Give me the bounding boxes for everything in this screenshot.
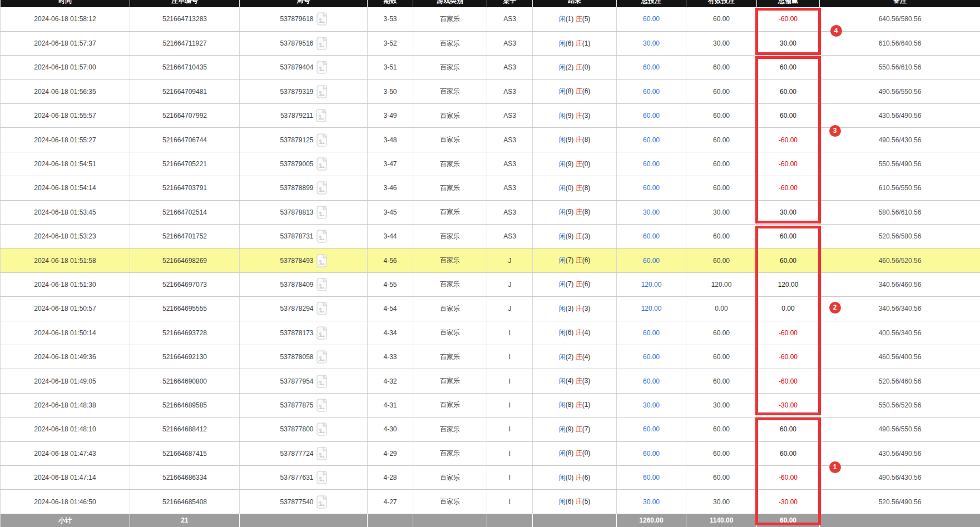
col-header-table: 桌子 — [487, 0, 533, 7]
table-row: 2024-06-18 01:57:37 521664711927 5378795… — [1, 31, 980, 55]
cell-bet-number: 521664685408 — [130, 490, 240, 514]
game-record-icon[interactable] — [316, 399, 327, 412]
cell-table: AS3 — [487, 31, 533, 55]
cell-result: 闲(4) 庄(3) — [533, 369, 617, 393]
cell-balance: 520.56/490.56 — [820, 490, 980, 514]
cell-time: 2024-06-18 01:54:51 — [1, 152, 130, 176]
cell-table: AS3 — [487, 200, 533, 224]
cell-game-type: 百家乐 — [413, 200, 487, 224]
cell-shoe: 3-50 — [368, 79, 413, 103]
cell-balance: 550.56/490.56 — [820, 152, 980, 176]
cell-table: J — [487, 272, 533, 296]
cell-round-number: 537879618 — [240, 7, 368, 31]
table-row: 2024-06-18 01:51:58 521664698269 5378784… — [1, 248, 980, 272]
cell-result: 闲(6) 庄(1) — [533, 31, 617, 55]
game-record-icon[interactable] — [316, 37, 327, 50]
cell-win-loss: -30.00 — [757, 393, 820, 417]
cell-time: 2024-06-18 01:53:45 — [1, 200, 130, 224]
cell-total-bet: 30.00 — [617, 200, 686, 224]
cell-valid-bet: 60.00 — [686, 417, 757, 441]
cell-shoe: 4-54 — [368, 297, 413, 321]
game-record-icon[interactable] — [316, 157, 327, 171]
col-header-game-type: 游戏类别 — [413, 0, 487, 7]
cell-balance: 520.56/460.56 — [820, 369, 980, 393]
game-record-icon[interactable] — [316, 230, 327, 243]
cell-balance: 460.56/520.56 — [820, 248, 980, 272]
cell-game-type: 百家乐 — [413, 490, 487, 514]
banker-label: 庄 — [576, 184, 582, 192]
game-record-icon[interactable] — [316, 85, 327, 98]
cell-bet-number: 521664702514 — [130, 200, 240, 224]
cell-win-loss: -60.00 — [757, 321, 820, 345]
cell-table: I — [487, 345, 533, 369]
cell-time: 2024-06-18 01:58:12 — [1, 7, 130, 31]
cell-total-bet: 60.00 — [617, 79, 686, 103]
cell-win-loss: 60.00 — [757, 56, 820, 79]
cell-valid-bet: 60.00 — [686, 152, 757, 176]
cell-win-loss: -60.00 — [757, 128, 820, 152]
cell-table: AS3 — [487, 128, 533, 152]
cell-shoe: 4-32 — [368, 369, 413, 393]
footer-row-count: 21 — [130, 514, 240, 527]
cell-shoe: 4-29 — [368, 441, 413, 465]
table-row: 2024-06-18 01:46:50 521664685408 5378775… — [1, 490, 980, 514]
game-record-icon[interactable] — [316, 326, 327, 340]
cell-bet-number: 521664706744 — [130, 128, 240, 152]
cell-result: 闲(2) 庄(4) — [533, 345, 617, 369]
table-row: 2024-06-18 01:53:45 521664702514 5378788… — [1, 200, 980, 224]
cell-game-type: 百家乐 — [413, 248, 487, 272]
cell-valid-bet: 60.00 — [686, 225, 757, 248]
cell-balance: 580.56/610.56 — [820, 200, 980, 224]
cell-round-number: 537877875 — [240, 393, 368, 417]
table-body: 2024-06-18 01:58:12 521664713283 5378796… — [1, 7, 980, 514]
player-label: 闲 — [559, 63, 566, 71]
table-row: 2024-06-18 01:47:14 521664686334 5378776… — [1, 465, 980, 489]
cell-round-number: 537879211 — [240, 104, 368, 128]
banker-label: 庄 — [576, 39, 582, 47]
cell-shoe: 3-53 — [368, 7, 413, 31]
cell-total-bet: 120.00 — [617, 297, 686, 321]
game-record-icon[interactable] — [316, 206, 327, 219]
banker-label: 庄 — [576, 208, 582, 216]
cell-table: AS3 — [487, 56, 533, 79]
table-row: 2024-06-18 01:49:36 521664692130 5378780… — [1, 345, 980, 369]
cell-time: 2024-06-18 01:57:37 — [1, 31, 130, 55]
player-label: 闲 — [559, 280, 566, 288]
game-record-icon[interactable] — [316, 375, 327, 388]
game-record-icon[interactable] — [316, 61, 327, 74]
game-record-icon[interactable] — [316, 495, 327, 509]
game-record-icon[interactable] — [316, 302, 327, 315]
game-record-icon[interactable] — [316, 109, 326, 122]
cell-bet-number: 521664688412 — [130, 417, 240, 441]
cell-result: 闲(9) 庄(8) — [533, 128, 617, 152]
cell-time: 2024-06-18 01:50:14 — [1, 321, 130, 345]
game-record-icon[interactable] — [316, 254, 327, 267]
game-record-icon[interactable] — [316, 350, 327, 364]
game-record-icon[interactable] — [316, 471, 327, 484]
game-record-icon[interactable] — [316, 422, 327, 436]
game-record-icon[interactable] — [316, 12, 327, 26]
cell-round-number: 537877631 — [240, 465, 368, 489]
cell-win-loss: 60.00 — [757, 225, 820, 248]
game-record-icon[interactable] — [316, 181, 327, 195]
banker-label: 庄 — [576, 136, 582, 143]
cell-time: 2024-06-18 01:49:36 — [1, 345, 130, 369]
cell-table: AS3 — [487, 152, 533, 176]
cell-table: I — [487, 490, 533, 514]
game-record-icon[interactable] — [316, 447, 327, 460]
cell-bet-number: 521664695555 — [130, 297, 240, 321]
cell-time: 2024-06-18 01:51:30 — [1, 272, 130, 296]
cell-result: 闲(8) 庄(0) — [533, 441, 617, 465]
cell-round-number: 537878731 — [240, 225, 368, 248]
cell-result: 闲(9) 庄(0) — [533, 152, 617, 176]
game-record-icon[interactable] — [316, 133, 327, 147]
game-record-icon[interactable] — [316, 278, 327, 291]
cell-game-type: 百家乐 — [413, 441, 487, 465]
cell-time: 2024-06-18 01:49:05 — [1, 369, 130, 393]
cell-game-type: 百家乐 — [413, 321, 487, 345]
cell-game-type: 百家乐 — [413, 465, 487, 489]
table-row: 2024-06-18 01:55:57 521664707992 5378792… — [1, 104, 980, 128]
col-header-time: 时间 — [1, 0, 130, 7]
cell-result: 闲(7) 庄(6) — [533, 272, 617, 296]
cell-bet-number: 521664693728 — [130, 321, 240, 345]
